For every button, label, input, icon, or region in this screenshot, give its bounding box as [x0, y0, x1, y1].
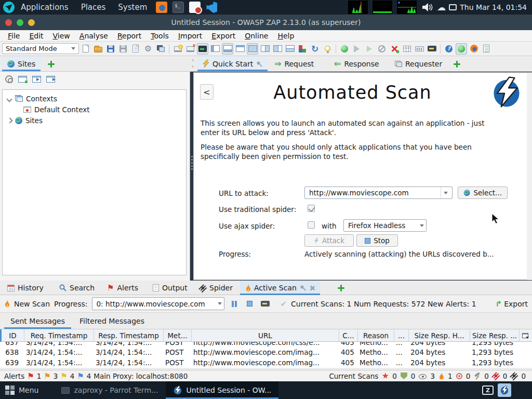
tab-response[interactable]: Response: [329, 56, 384, 71]
table-row[interactable]: 639 3/14/24, 1:54:... 3/14/24, 1:54:... …: [0, 357, 532, 368]
attack-button[interactable]: Attack: [304, 234, 354, 247]
script-list-icon[interactable]: [481, 43, 492, 55]
drop-icon[interactable]: [376, 43, 388, 55]
open-session-icon[interactable]: [92, 43, 104, 55]
tree-node-sites[interactable]: Sites: [3, 115, 186, 126]
layout-rows-icon[interactable]: [284, 43, 296, 55]
table-grid-icon[interactable]: [401, 43, 413, 55]
continue-icon[interactable]: [364, 43, 375, 55]
pause-scan-icon[interactable]: [229, 298, 240, 310]
layout-full-icon[interactable]: [247, 43, 258, 55]
menu-online[interactable]: Online: [240, 31, 273, 41]
back-button[interactable]: <: [200, 84, 214, 100]
keyboard-layout-icon[interactable]: Z: [482, 385, 494, 395]
window-maximize-button[interactable]: [17, 19, 23, 26]
tab-alerts[interactable]: Alerts: [102, 281, 143, 295]
hints-bulb-icon[interactable]: [322, 43, 333, 55]
parrot-os-logo-icon[interactable]: [3, 2, 15, 13]
tab-active-scan[interactable]: Active Scan: [240, 281, 320, 295]
task-zap-window[interactable]: Untitled Session - OW...: [166, 381, 279, 399]
table-config-icon[interactable]: [520, 329, 530, 341]
tab-sites[interactable]: Sites: [2, 56, 41, 71]
new-session-icon[interactable]: [80, 43, 91, 55]
col-header-size-resp-body[interactable]: Size Resp. ...: [470, 329, 520, 341]
menu-edit[interactable]: Edit: [24, 31, 48, 41]
mode-select[interactable]: Standard Mode: [2, 43, 79, 54]
applications-menu[interactable]: Applications: [15, 0, 75, 15]
menu-tools[interactable]: Tools: [146, 31, 174, 41]
media-bar-icon[interactable]: [426, 43, 437, 55]
add-bottom-tab-icon[interactable]: [338, 285, 344, 291]
network-graph-icon[interactable]: [373, 1, 392, 14]
url-to-attack-combobox[interactable]: http://www.moviescope.com: [304, 187, 453, 199]
tab-request[interactable]: Request: [269, 56, 319, 71]
task-terminal[interactable]: zaproxy - Parrot Term...: [54, 381, 165, 399]
system-menu[interactable]: System: [112, 0, 153, 15]
cpu-graph-icon[interactable]: [348, 1, 368, 14]
flag-high-icon[interactable]: [27, 371, 34, 381]
menu-help[interactable]: Help: [273, 31, 299, 41]
break-off-icon[interactable]: [389, 43, 400, 55]
workspace-scrollbar[interactable]: [527, 72, 532, 280]
stop-scan-icon[interactable]: [244, 298, 256, 310]
tab-spider[interactable]: Spider: [194, 281, 238, 295]
menu-analyse[interactable]: Analyse: [75, 31, 113, 41]
traditional-spider-checkbox[interactable]: [308, 205, 315, 212]
browser-select[interactable]: Firefox Headless: [343, 219, 427, 232]
layout-left-icon[interactable]: [209, 43, 221, 55]
taskbar-menu-label[interactable]: Menu: [19, 386, 38, 394]
subtab-filtered-messages[interactable]: Filtered Messages: [73, 313, 151, 329]
select-button[interactable]: Select...: [458, 187, 508, 199]
col-header-size-resp-header[interactable]: Size Resp. H...: [409, 329, 470, 341]
options-gear-icon[interactable]: ⚙: [142, 43, 154, 55]
session-mode-hint-icon[interactable]: [172, 43, 183, 55]
new-context-icon[interactable]: [18, 76, 27, 83]
col-header-url[interactable]: URL: [192, 329, 339, 341]
tab-search[interactable]: Search: [54, 281, 100, 295]
expander-closed-icon[interactable]: [7, 118, 12, 123]
save-session-icon[interactable]: [105, 43, 116, 55]
step-icon[interactable]: [351, 43, 363, 55]
window-minimize-button[interactable]: [28, 19, 35, 26]
col-header-resp-timestamp[interactable]: Resp. Timestamp: [94, 329, 164, 341]
table-row[interactable]: 638 3/14/24, 1:54:... 3/14/24, 1:54:... …: [0, 348, 532, 358]
tab-history[interactable]: History: [2, 281, 49, 295]
manage-addons-icon[interactable]: [297, 43, 308, 55]
clock[interactable]: Thu Mar 14, 01:54: [460, 3, 527, 11]
terminal-launcher-icon[interactable]: [172, 2, 184, 13]
target-scope-icon[interactable]: [5, 75, 13, 83]
persist-session-icon[interactable]: [117, 43, 129, 55]
help-icon[interactable]: ?: [443, 43, 455, 55]
record-ball-icon[interactable]: [339, 43, 350, 55]
stop-button[interactable]: Stop: [356, 234, 398, 247]
session-properties-icon[interactable]: [155, 43, 166, 55]
tree-node-contexts[interactable]: Contexts: [3, 93, 186, 104]
scan-target-select[interactable]: 0: http://www.moviescope.com: [92, 297, 224, 310]
window-switcher-icon[interactable]: [449, 4, 457, 10]
table-row[interactable]: 637 3/14/24, 1:54:... 3/14/24, 1:54:... …: [0, 342, 532, 348]
places-menu[interactable]: Places: [75, 0, 112, 15]
col-header-code[interactable]: C...: [339, 329, 358, 341]
tab-quick-start[interactable]: Quick Start: [197, 56, 268, 71]
generate-report-icon[interactable]: [130, 43, 141, 55]
layout-columns-icon[interactable]: [259, 43, 271, 55]
flag-low-icon[interactable]: [60, 371, 67, 381]
layout-maximized-icon[interactable]: [234, 43, 246, 55]
tree-node-default-context[interactable]: Default Context: [3, 104, 186, 115]
menu-report[interactable]: Report: [113, 31, 146, 41]
check-updates-icon[interactable]: ↻: [309, 43, 321, 55]
expander-open-icon[interactable]: [7, 96, 12, 101]
export-context-icon[interactable]: [46, 76, 55, 83]
firefox-launcher-icon[interactable]: [156, 2, 167, 13]
pane-collapse-chevrons[interactable]: ‹›: [190, 57, 195, 71]
disk-graph-icon[interactable]: [397, 1, 417, 14]
export-button[interactable]: Export: [496, 299, 528, 309]
layout-bottom-icon[interactable]: [222, 43, 233, 55]
vscode-launcher-icon[interactable]: [206, 2, 217, 13]
col-header-reason[interactable]: Reason: [358, 329, 394, 341]
session-alert-icon[interactable]: [184, 43, 196, 55]
menu-view[interactable]: View: [48, 31, 75, 41]
firefox-browser-icon[interactable]: [468, 43, 480, 55]
layout-columns-alt-icon[interactable]: [272, 43, 283, 55]
volume-icon[interactable]: [421, 2, 434, 12]
